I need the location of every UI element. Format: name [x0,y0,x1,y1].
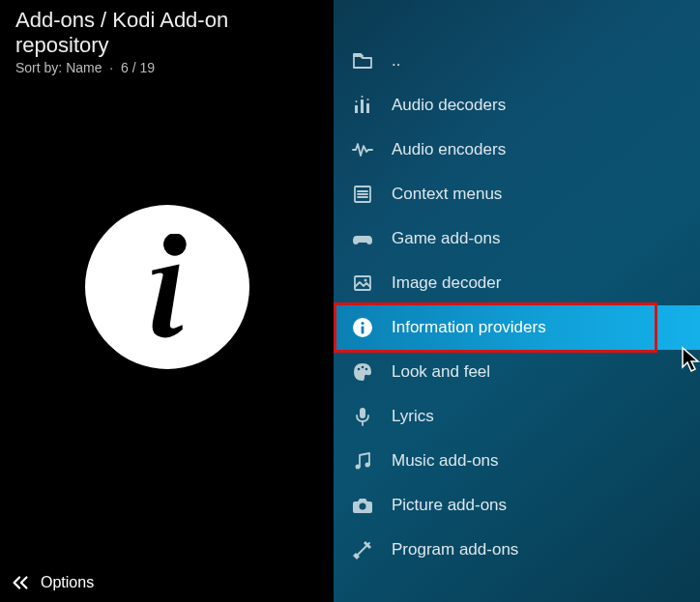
options-label: Options [41,574,94,591]
svg-point-17 [362,366,365,369]
menu-list-icon [351,183,374,206]
category-list: ..Audio decodersAudio encodersContext me… [334,39,700,572]
list-item[interactable]: Game add-ons [334,216,700,261]
list-item[interactable]: Look and feel [334,350,700,394]
svg-point-16 [358,368,361,371]
list-item-label: Audio decoders [392,96,506,115]
arrow-left-icon [10,572,31,593]
list-item[interactable]: Information providers [334,305,700,350]
list-item-label: Look and feel [392,362,490,382]
svg-rect-2 [361,100,364,113]
folder-up-icon [351,49,374,72]
list-item-label: Game add-ons [392,229,500,248]
image-frame-icon [351,272,374,295]
list-item-label: Image decoder [392,273,501,293]
svg-rect-1 [355,105,358,113]
list-item-label: .. [392,51,400,71]
list-item-label: Program add-ons [392,540,518,559]
svg-point-18 [365,368,368,371]
palette-icon [351,360,374,384]
list-item[interactable]: Audio decoders [334,83,700,128]
list-item[interactable]: Lyrics [334,394,700,439]
svg-point-4 [356,100,358,102]
info-icon [351,316,374,339]
preview-area [0,0,334,602]
music-note-icon [351,449,374,473]
right-pane: ..Audio decodersAudio encodersContext me… [334,0,700,602]
list-item-label: Lyrics [392,407,434,426]
camera-icon [351,494,374,517]
svg-point-14 [361,322,364,325]
list-item-label: Picture add-ons [392,496,507,515]
list-item[interactable]: .. [334,39,700,83]
info-icon-large [133,234,201,340]
list-item[interactable]: Picture add-ons [334,483,700,528]
list-item[interactable]: Music add-ons [334,439,700,483]
svg-point-6 [367,99,369,100]
svg-rect-19 [360,408,365,418]
svg-point-0 [163,234,187,256]
list-item-label: Information providers [392,318,546,337]
svg-point-5 [362,96,364,98]
app-container: Add-ons / Kodi Add-on repository Sort by… [0,0,700,602]
equalizer-icon [351,94,374,117]
list-item-label: Context menus [392,185,502,204]
list-item[interactable]: Audio encoders [334,128,700,172]
tools-icon [351,538,374,561]
waveform-icon [351,138,374,161]
info-circle-graphic [85,205,249,369]
svg-point-21 [356,465,361,470]
list-item[interactable]: Image decoder [334,261,700,305]
svg-point-12 [365,279,367,282]
list-item[interactable]: Context menus [334,172,700,216]
svg-rect-15 [362,327,365,334]
svg-rect-11 [355,276,370,290]
list-item-label: Music add-ons [392,451,499,471]
gamepad-icon [351,227,374,250]
left-pane: Add-ons / Kodi Add-on repository Sort by… [0,0,334,602]
footer-bar[interactable]: Options [0,563,334,602]
svg-point-22 [365,463,370,468]
list-item-label: Audio encoders [392,140,506,159]
microphone-icon [351,405,374,428]
svg-point-23 [360,503,366,510]
list-item[interactable]: Program add-ons [334,528,700,572]
svg-rect-3 [366,103,369,113]
